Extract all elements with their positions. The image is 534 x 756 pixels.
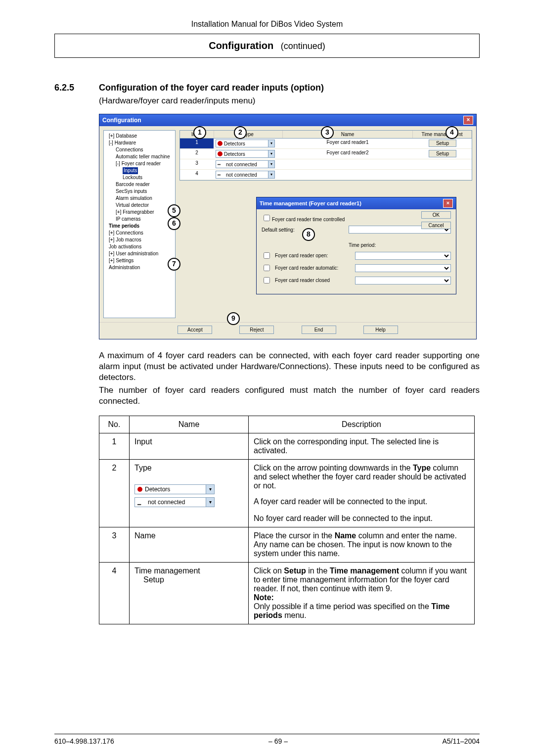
nav-tree[interactable]: [+] Database[-] HardwareConnectionsAutom…	[103, 130, 176, 318]
callout-1: 1	[193, 126, 206, 139]
chevron-down-icon: ▾	[206, 498, 214, 507]
footer-left: 610–4.998.137.176	[54, 737, 114, 745]
callout-2: 2	[234, 126, 247, 139]
detectors-dropdown[interactable]: Detectors▾	[134, 484, 215, 494]
callout-3: 3	[321, 126, 334, 139]
config-continued-box: Configuration (continued)	[54, 34, 480, 58]
document-page: Installation Manual for DiBos Video Syst…	[0, 0, 534, 756]
not-connected-dropdown[interactable]: not connected▾	[134, 497, 215, 507]
th-name: Name	[130, 416, 249, 433]
body-paragraph-1: A maximum of 4 foyer card readers can be…	[99, 350, 480, 383]
closed-label: Foyer card reader closed	[275, 278, 352, 283]
closed-select[interactable]	[355, 277, 451, 284]
table-row: 1 Input Click on the corresponding input…	[99, 433, 475, 460]
page-footer: 610–4.998.137.176 – 69 – A5/11–2004	[54, 734, 480, 745]
end-button[interactable]: End	[302, 326, 336, 334]
callout-9: 9	[227, 312, 240, 325]
section-number: 6.2.5	[54, 83, 99, 93]
doc-header: Installation Manual for DiBos Video Syst…	[54, 20, 480, 29]
inputs-table-body: 1Detectors▾Foyer card reader1Setup2Detec…	[179, 138, 472, 181]
open-label: Foyer card reader open:	[275, 253, 352, 258]
col-name: Name	[283, 131, 413, 138]
th-no: No.	[99, 416, 130, 433]
reject-button[interactable]: Reject	[239, 326, 274, 334]
window-title: Configuration	[102, 117, 141, 124]
open-select[interactable]	[355, 252, 451, 260]
ok-button[interactable]: OK	[421, 211, 451, 219]
table-row: 2 Type Detectors▾ not connected▾ Click o…	[99, 460, 475, 527]
callout-8: 8	[302, 228, 315, 241]
auto-select[interactable]	[355, 264, 451, 272]
time-controlled-label: Foyer card reader time controlled	[272, 217, 345, 222]
callout-6: 6	[168, 217, 180, 230]
footer-right: A5/11–2004	[442, 737, 480, 745]
cancel-button[interactable]: Cancel	[421, 222, 451, 229]
table-row: 3 Name Place the cursor in the Name colu…	[99, 527, 475, 563]
auto-checkbox[interactable]	[264, 265, 270, 271]
open-checkbox[interactable]	[264, 252, 270, 259]
detector-icon	[137, 487, 142, 492]
auto-label: Foyer card reader automatic:	[275, 265, 352, 271]
callout-4: 4	[445, 126, 458, 139]
close-icon[interactable]: ×	[463, 116, 473, 125]
time-period-label: Time period:	[349, 242, 451, 248]
closed-checkbox[interactable]	[264, 277, 270, 284]
body-paragraph-2: The number of foyer card readers configu…	[99, 385, 480, 407]
dialog-button-bar: Accept Reject End Help	[99, 322, 476, 339]
config-label: Configuration	[209, 40, 273, 51]
table-row: 4 Time managementSetup Click on Setup in…	[99, 563, 475, 624]
footer-center: – 69 –	[268, 737, 288, 745]
col-time-management: Time management	[413, 131, 472, 138]
not-connected-icon	[137, 500, 145, 505]
description-table: No. Name Description 1 Input Click on th…	[99, 416, 475, 624]
dialog-title: Time management (Foyer card reader1)	[260, 200, 361, 206]
time-controlled-checkbox[interactable]	[264, 215, 270, 221]
accept-button[interactable]: Accept	[178, 326, 212, 334]
config-continued	[276, 41, 281, 51]
time-management-dialog: Time management (Foyer card reader1) × O…	[256, 197, 456, 294]
config-window: Configuration × 1 2 3 4 5 6 7 8 9 [+] Da…	[99, 114, 477, 339]
th-desc: Description	[249, 416, 475, 433]
window-titlebar: Configuration ×	[99, 114, 476, 126]
dialog-close-icon[interactable]: ×	[443, 199, 453, 208]
col-type: Type	[214, 131, 283, 138]
callout-5: 5	[168, 204, 180, 217]
chevron-down-icon: ▾	[206, 485, 214, 494]
help-button[interactable]: Help	[363, 326, 398, 334]
callout-7: 7	[168, 258, 180, 271]
section-title: Configuration of the foyer card reader i…	[99, 83, 324, 93]
section-subtitle: (Hardware/foyer card reader/inputs menu)	[99, 96, 256, 106]
